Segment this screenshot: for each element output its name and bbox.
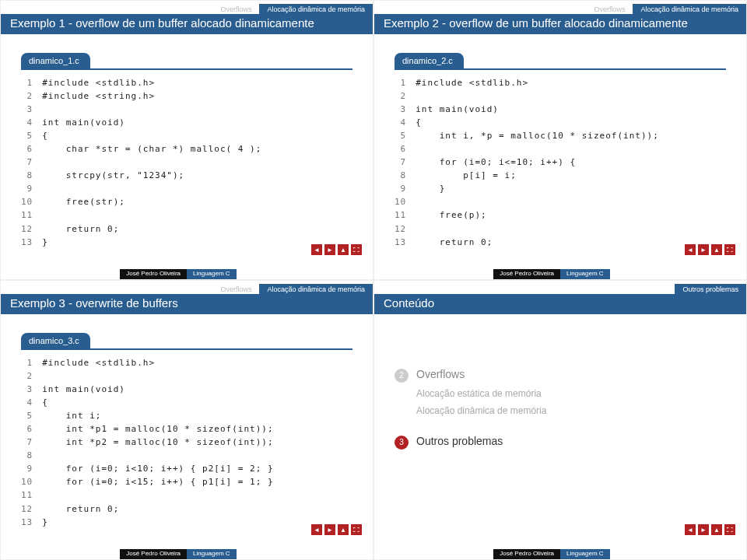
slide-title: Conteúdo xyxy=(374,294,746,314)
tab-alloc-dynamic[interactable]: Alocação dinâmica de memória xyxy=(259,284,373,294)
footer-author: José Pedro Oliveira xyxy=(493,269,560,279)
nav-back-icon[interactable]: ◄ xyxy=(685,524,696,535)
code-text: #include <stdlib.h> #include <string.h> … xyxy=(42,76,261,249)
tab-overflows[interactable]: Overflows xyxy=(212,4,259,14)
footer: José Pedro Oliveira Linguagem C xyxy=(1,549,373,559)
tab-overflows[interactable]: Overflows xyxy=(586,4,633,14)
nav-icons: ◄ ► ▲ ⛶ xyxy=(685,524,735,535)
section-tabs: Overflows Alocação dinâmica de memória xyxy=(1,281,373,294)
file-label: dinamico_1.c xyxy=(21,53,90,68)
toc-sub-static[interactable]: Alocação estática de memória xyxy=(416,385,726,403)
code-block: 1 2 3 4 5 6 7 8 9 10 11 12 13 #include <… xyxy=(21,356,352,529)
line-numbers: 1 2 3 4 5 6 7 8 9 10 11 12 13 xyxy=(21,356,42,529)
nav-full-icon[interactable]: ⛶ xyxy=(351,244,362,255)
file-rule xyxy=(21,68,352,70)
nav-up-icon[interactable]: ▲ xyxy=(711,244,722,255)
footer: José Pedro Oliveira Linguagem C xyxy=(1,269,373,279)
code-text: #include <stdlib.h> int main(void) { int… xyxy=(416,76,659,249)
slide-title: Exemplo 1 - overflow de um buffer alocad… xyxy=(1,14,373,34)
file-rule xyxy=(21,348,352,350)
toc-num-3: 3 xyxy=(395,436,409,450)
toc-item-outros[interactable]: 3 Outros problemas xyxy=(395,431,726,452)
nav-fwd-icon[interactable]: ► xyxy=(698,524,709,535)
code-block: 1 2 3 4 5 6 7 8 9 10 11 12 13 #include <… xyxy=(395,76,726,249)
footer: José Pedro Oliveira Linguagem C xyxy=(374,549,746,559)
footer-course: Linguagem C xyxy=(560,549,610,559)
nav-full-icon[interactable]: ⛶ xyxy=(351,524,362,535)
toc-label-outros: Outros problemas xyxy=(416,431,503,452)
footer-author: José Pedro Oliveira xyxy=(493,549,560,559)
slide-1: Overflows Alocação dinâmica de memória E… xyxy=(0,0,374,280)
nav-up-icon[interactable]: ▲ xyxy=(338,524,349,535)
code-block: 1 2 3 4 5 6 7 8 9 10 11 12 13 #include <… xyxy=(21,76,352,249)
slide-3: Overflows Alocação dinâmica de memória E… xyxy=(0,280,374,560)
footer-course: Linguagem C xyxy=(560,269,610,279)
file-label: dinamico_2.c xyxy=(395,53,464,68)
toc-sub-dynamic[interactable]: Alocação dinâmica de memória xyxy=(416,402,726,420)
footer-author: José Pedro Oliveira xyxy=(120,549,187,559)
nav-full-icon[interactable]: ⛶ xyxy=(724,524,735,535)
toc-label-overflows: Overflows xyxy=(416,364,465,385)
nav-up-icon[interactable]: ▲ xyxy=(338,244,349,255)
nav-icons: ◄ ► ▲ ⛶ xyxy=(685,244,735,255)
nav-back-icon[interactable]: ◄ xyxy=(685,244,696,255)
nav-up-icon[interactable]: ▲ xyxy=(711,524,722,535)
nav-fwd-icon[interactable]: ► xyxy=(324,524,335,535)
file-rule xyxy=(395,68,726,70)
footer-course: Linguagem C xyxy=(187,549,237,559)
tab-outros[interactable]: Outros problemas xyxy=(675,284,746,294)
slide-4: Outros problemas Conteúdo 2 Overflows Al… xyxy=(374,280,747,560)
tab-alloc-dynamic[interactable]: Alocação dinâmica de memória xyxy=(633,4,746,14)
slide-title: Exemplo 3 - overwrite de buffers xyxy=(1,294,373,314)
nav-icons: ◄ ► ▲ ⛶ xyxy=(311,524,362,535)
nav-back-icon[interactable]: ◄ xyxy=(311,524,322,535)
footer: José Pedro Oliveira Linguagem C xyxy=(374,269,746,279)
nav-fwd-icon[interactable]: ► xyxy=(324,244,335,255)
file-label: dinamico_3.c xyxy=(21,333,90,348)
slide-2: Overflows Alocação dinâmica de memória E… xyxy=(374,0,747,280)
toc-num-2: 2 xyxy=(395,369,409,383)
code-text: #include <stdlib.h> int main(void) { int… xyxy=(42,356,273,529)
nav-icons: ◄ ► ▲ ⛶ xyxy=(311,244,362,255)
footer-course: Linguagem C xyxy=(187,269,237,279)
tab-alloc-dynamic[interactable]: Alocação dinâmica de memória xyxy=(259,4,373,14)
nav-back-icon[interactable]: ◄ xyxy=(311,244,322,255)
toc-item-overflows[interactable]: 2 Overflows xyxy=(395,364,726,385)
footer-author: José Pedro Oliveira xyxy=(120,269,187,279)
toc: 2 Overflows Alocação estática de memória… xyxy=(395,364,726,452)
section-tabs: Overflows Alocação dinâmica de memória xyxy=(1,1,373,14)
section-tabs: Outros problemas xyxy=(374,281,746,294)
nav-fwd-icon[interactable]: ► xyxy=(698,244,709,255)
nav-full-icon[interactable]: ⛶ xyxy=(724,244,735,255)
tab-overflows[interactable]: Overflows xyxy=(212,284,259,294)
line-numbers: 1 2 3 4 5 6 7 8 9 10 11 12 13 xyxy=(21,76,42,249)
slide-title: Exemplo 2 - overflow de um buffer alocad… xyxy=(374,14,746,34)
section-tabs: Overflows Alocação dinâmica de memória xyxy=(374,1,746,14)
line-numbers: 1 2 3 4 5 6 7 8 9 10 11 12 13 xyxy=(395,76,416,249)
